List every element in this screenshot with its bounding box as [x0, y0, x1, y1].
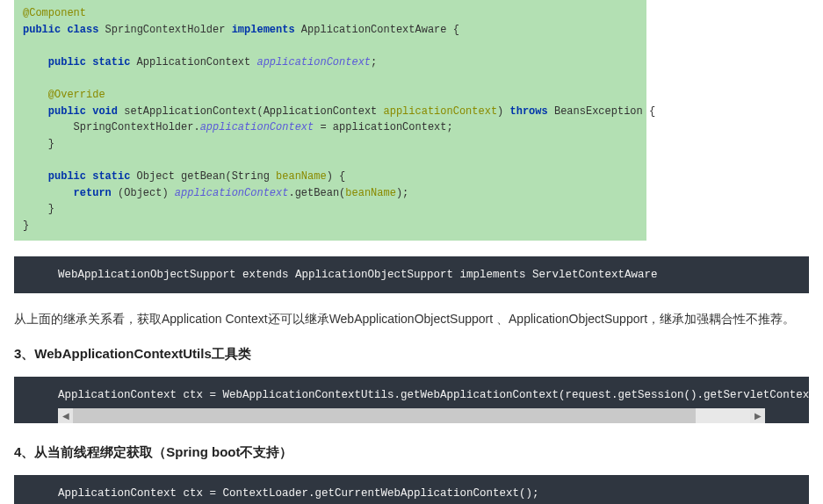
scroll-left-arrow[interactable]: ◀ [58, 408, 73, 423]
code-line: ApplicationContext ctx = ContextLoader.g… [58, 487, 539, 500]
field: applicationContext [175, 187, 289, 199]
code: setApplicationContext(ApplicationContext [118, 105, 383, 118]
code: = applicationContext; [314, 121, 452, 133]
code: SpringContextHolder. [23, 121, 200, 133]
code: (Object) [112, 187, 175, 199]
code: ApplicationContext [130, 56, 256, 68]
horizontal-scrollbar[interactable]: ◀ ▶ [58, 408, 765, 423]
keyword: public static [23, 56, 130, 68]
code: ) { [327, 170, 346, 183]
code: SpringContextHolder [98, 24, 231, 36]
keyword: public void [23, 105, 118, 118]
code: ; [371, 56, 377, 68]
code: } [23, 220, 29, 232]
field: applicationContext [200, 121, 314, 133]
code-line: WebApplicationObjectSupport extends Appl… [58, 269, 658, 281]
scroll-right-arrow[interactable]: ▶ [750, 408, 765, 423]
keyword: implements [232, 24, 295, 36]
code-block-contextloader: ApplicationContext ctx = ContextLoader.g… [14, 475, 809, 504]
field: applicationContext [256, 56, 371, 68]
annotation: @Override [23, 89, 105, 101]
scroll-thumb[interactable] [73, 408, 696, 423]
param: beanName [276, 170, 327, 183]
code: Object getBean(String [130, 170, 276, 183]
param: beanName [345, 187, 396, 199]
keyword: throws [510, 105, 548, 118]
code: ) [497, 105, 509, 118]
code: } [23, 138, 54, 150]
code-block-webapp-utils: ApplicationContext ctx = WebApplicationC… [14, 377, 809, 423]
param: applicationContext [383, 105, 497, 118]
code: ApplicationContextAware { [295, 24, 459, 36]
code: ); [396, 187, 408, 199]
keyword: public class [23, 24, 98, 36]
paragraph-explanation: 从上面的继承关系看，获取Application Context还可以继承WebA… [14, 309, 809, 330]
annotation: @Component [23, 7, 86, 19]
code: .getBean( [288, 187, 345, 199]
code-block-inheritance: WebApplicationObjectSupport extends Appl… [14, 256, 809, 293]
code: BeansException { [548, 105, 655, 118]
java-code-block: @Component public class SpringContextHol… [14, 0, 646, 241]
keyword: public static [23, 170, 130, 183]
heading-section-3: 3、WebApplicationContextUtils工具类 [14, 346, 809, 363]
code: } [23, 203, 54, 215]
keyword: return [23, 187, 112, 199]
code-line: ApplicationContext ctx = WebApplicationC… [14, 377, 809, 405]
heading-section-4: 4、从当前线程绑定获取（Spring boot不支持） [14, 444, 809, 461]
scroll-track[interactable] [73, 408, 750, 423]
